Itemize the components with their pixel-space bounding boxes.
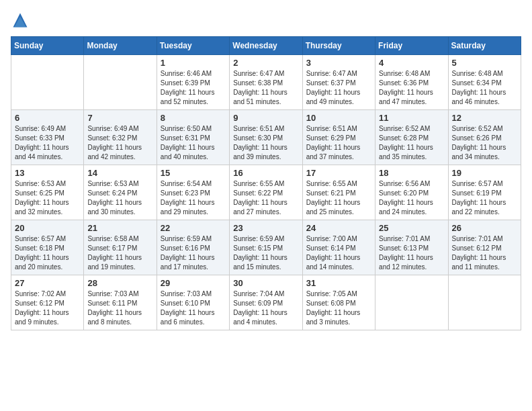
calendar-header-row: SundayMondayTuesdayWednesdayThursdayFrid… xyxy=(11,37,521,55)
calendar-cell: 10Sunrise: 6:51 AMSunset: 6:29 PMDayligh… xyxy=(302,110,375,165)
cell-content: Sunrise: 6:52 AMSunset: 6:28 PMDaylight:… xyxy=(379,124,444,162)
daylight-text: Daylight: 11 hours and 17 minutes. xyxy=(161,253,226,272)
cell-content: Sunrise: 6:54 AMSunset: 6:23 PMDaylight:… xyxy=(161,179,226,217)
sunset-text: Sunset: 6:09 PM xyxy=(233,299,298,308)
day-number: 29 xyxy=(161,278,226,288)
sunset-text: Sunset: 6:18 PM xyxy=(15,244,80,253)
daylight-text: Daylight: 11 hours and 12 minutes. xyxy=(379,253,444,272)
daylight-text: Daylight: 11 hours and 51 minutes. xyxy=(233,88,298,107)
calendar-cell: 3Sunrise: 6:47 AMSunset: 6:37 PMDaylight… xyxy=(302,55,375,110)
calendar-cell: 18Sunrise: 6:56 AMSunset: 6:20 PMDayligh… xyxy=(375,165,448,220)
day-number: 26 xyxy=(452,223,517,233)
calendar-cell: 7Sunrise: 6:49 AMSunset: 6:32 PMDaylight… xyxy=(84,110,157,165)
calendar-cell: 1Sunrise: 6:46 AMSunset: 6:39 PMDaylight… xyxy=(157,55,229,110)
daylight-text: Daylight: 11 hours and 39 minutes. xyxy=(233,143,298,162)
day-number: 1 xyxy=(161,58,226,68)
cell-content: Sunrise: 6:46 AMSunset: 6:39 PMDaylight:… xyxy=(161,69,226,107)
page-header xyxy=(11,11,521,30)
day-number: 12 xyxy=(452,113,517,123)
sunrise-text: Sunrise: 6:58 AM xyxy=(87,234,152,244)
sunset-text: Sunset: 6:19 PM xyxy=(452,189,517,198)
cell-content: Sunrise: 7:03 AMSunset: 6:10 PMDaylight:… xyxy=(161,289,226,327)
calendar-cell: 2Sunrise: 6:47 AMSunset: 6:38 PMDaylight… xyxy=(230,55,302,110)
cell-content: Sunrise: 6:47 AMSunset: 6:38 PMDaylight:… xyxy=(233,69,298,107)
sunset-text: Sunset: 6:33 PM xyxy=(15,134,80,143)
sunrise-text: Sunrise: 6:53 AM xyxy=(87,179,152,189)
day-number: 22 xyxy=(161,223,226,233)
calendar-cell: 23Sunrise: 6:59 AMSunset: 6:15 PMDayligh… xyxy=(230,220,302,275)
cell-content: Sunrise: 7:04 AMSunset: 6:09 PMDaylight:… xyxy=(233,289,298,327)
day-number: 20 xyxy=(15,223,80,233)
cell-content: Sunrise: 6:55 AMSunset: 6:21 PMDaylight:… xyxy=(306,179,371,217)
sunset-text: Sunset: 6:32 PM xyxy=(87,134,152,143)
day-number: 13 xyxy=(15,168,80,178)
cell-content: Sunrise: 6:49 AMSunset: 6:33 PMDaylight:… xyxy=(15,124,80,162)
calendar-cell: 29Sunrise: 7:03 AMSunset: 6:10 PMDayligh… xyxy=(157,275,229,330)
day-number: 6 xyxy=(15,113,80,123)
daylight-text: Daylight: 11 hours and 22 minutes. xyxy=(452,198,517,217)
daylight-text: Daylight: 11 hours and 9 minutes. xyxy=(15,308,80,327)
calendar-cell: 4Sunrise: 6:48 AMSunset: 6:36 PMDaylight… xyxy=(375,55,448,110)
cell-content: Sunrise: 6:57 AMSunset: 6:18 PMDaylight:… xyxy=(15,234,80,272)
daylight-text: Daylight: 11 hours and 25 minutes. xyxy=(306,198,371,217)
day-number: 30 xyxy=(233,278,298,288)
calendar-cell xyxy=(11,55,84,110)
calendar-cell: 11Sunrise: 6:52 AMSunset: 6:28 PMDayligh… xyxy=(375,110,448,165)
sunset-text: Sunset: 6:20 PM xyxy=(379,189,444,198)
cell-content: Sunrise: 7:03 AMSunset: 6:11 PMDaylight:… xyxy=(87,289,152,327)
sunrise-text: Sunrise: 7:04 AM xyxy=(233,289,298,299)
calendar-cell: 8Sunrise: 6:50 AMSunset: 6:31 PMDaylight… xyxy=(157,110,229,165)
daylight-text: Daylight: 11 hours and 37 minutes. xyxy=(306,143,371,162)
cell-content: Sunrise: 6:51 AMSunset: 6:30 PMDaylight:… xyxy=(233,124,298,162)
sunrise-text: Sunrise: 6:53 AM xyxy=(15,179,80,189)
calendar-cell: 9Sunrise: 6:51 AMSunset: 6:30 PMDaylight… xyxy=(230,110,302,165)
calendar-cell xyxy=(448,275,521,330)
daylight-text: Daylight: 11 hours and 46 minutes. xyxy=(452,88,517,107)
sunset-text: Sunset: 6:37 PM xyxy=(306,79,371,88)
day-number: 10 xyxy=(306,113,371,123)
sunrise-text: Sunrise: 7:01 AM xyxy=(379,234,444,244)
sunset-text: Sunset: 6:34 PM xyxy=(452,79,517,88)
calendar-cell: 28Sunrise: 7:03 AMSunset: 6:11 PMDayligh… xyxy=(84,275,157,330)
cell-content: Sunrise: 6:59 AMSunset: 6:15 PMDaylight:… xyxy=(233,234,298,272)
sunrise-text: Sunrise: 6:49 AM xyxy=(15,124,80,134)
daylight-text: Daylight: 11 hours and 44 minutes. xyxy=(15,143,80,162)
calendar-cell: 5Sunrise: 6:48 AMSunset: 6:34 PMDaylight… xyxy=(448,55,521,110)
daylight-text: Daylight: 11 hours and 35 minutes. xyxy=(379,143,444,162)
sunset-text: Sunset: 6:08 PM xyxy=(306,299,371,308)
calendar-cell: 27Sunrise: 7:02 AMSunset: 6:12 PMDayligh… xyxy=(11,275,84,330)
logo xyxy=(11,11,32,30)
day-header-thursday: Thursday xyxy=(302,37,375,55)
cell-content: Sunrise: 7:01 AMSunset: 6:13 PMDaylight:… xyxy=(379,234,444,272)
sunrise-text: Sunrise: 7:02 AM xyxy=(15,289,80,299)
sunrise-text: Sunrise: 6:54 AM xyxy=(161,179,226,189)
daylight-text: Daylight: 11 hours and 6 minutes. xyxy=(161,308,226,327)
calendar-table: SundayMondayTuesdayWednesdayThursdayFrid… xyxy=(11,36,521,330)
sunrise-text: Sunrise: 6:59 AM xyxy=(233,234,298,244)
day-number: 23 xyxy=(233,223,298,233)
sunrise-text: Sunrise: 6:51 AM xyxy=(306,124,371,134)
cell-content: Sunrise: 6:53 AMSunset: 6:25 PMDaylight:… xyxy=(15,179,80,217)
daylight-text: Daylight: 11 hours and 32 minutes. xyxy=(15,198,80,217)
calendar-cell: 14Sunrise: 6:53 AMSunset: 6:24 PMDayligh… xyxy=(84,165,157,220)
day-number: 17 xyxy=(306,168,371,178)
calendar-cell: 15Sunrise: 6:54 AMSunset: 6:23 PMDayligh… xyxy=(157,165,229,220)
daylight-text: Daylight: 11 hours and 27 minutes. xyxy=(233,198,298,217)
cell-content: Sunrise: 7:05 AMSunset: 6:08 PMDaylight:… xyxy=(306,289,371,327)
day-number: 21 xyxy=(87,223,152,233)
calendar-cell: 13Sunrise: 6:53 AMSunset: 6:25 PMDayligh… xyxy=(11,165,84,220)
daylight-text: Daylight: 11 hours and 14 minutes. xyxy=(306,253,371,272)
calendar-cell: 24Sunrise: 7:00 AMSunset: 6:14 PMDayligh… xyxy=(302,220,375,275)
cell-content: Sunrise: 6:53 AMSunset: 6:24 PMDaylight:… xyxy=(87,179,152,217)
day-number: 11 xyxy=(379,113,444,123)
daylight-text: Daylight: 11 hours and 52 minutes. xyxy=(161,88,226,107)
day-header-sunday: Sunday xyxy=(11,37,84,55)
sunset-text: Sunset: 6:15 PM xyxy=(233,244,298,253)
sunrise-text: Sunrise: 6:50 AM xyxy=(161,124,226,134)
day-number: 9 xyxy=(233,113,298,123)
sunset-text: Sunset: 6:21 PM xyxy=(306,189,371,198)
day-number: 16 xyxy=(233,168,298,178)
calendar-cell: 25Sunrise: 7:01 AMSunset: 6:13 PMDayligh… xyxy=(375,220,448,275)
day-number: 24 xyxy=(306,223,371,233)
day-number: 8 xyxy=(161,113,226,123)
